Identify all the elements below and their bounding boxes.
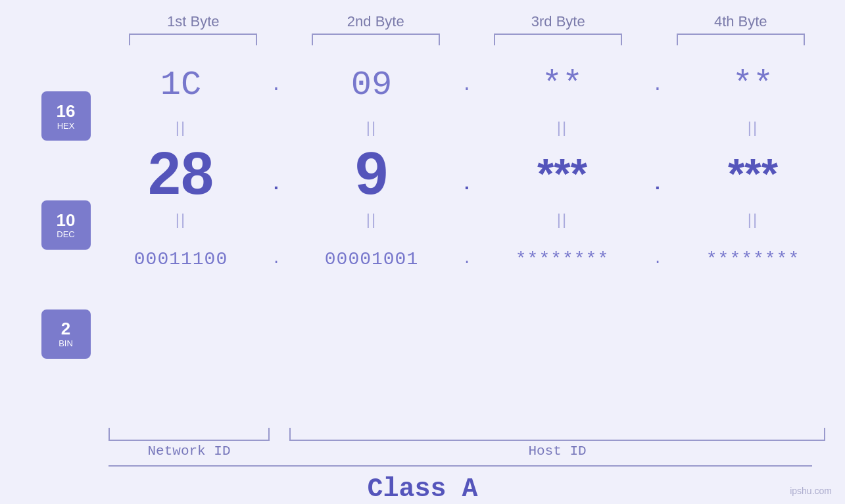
labels-gap xyxy=(270,444,289,459)
byte-header-2: 2nd Byte xyxy=(303,13,448,30)
dec-sep-2: . xyxy=(457,173,477,174)
bin-value-4: ******** xyxy=(706,249,800,269)
bin-dot-1: . xyxy=(272,251,280,267)
bin-value-1: 00011100 xyxy=(134,249,228,269)
dec-cell-2: 9 xyxy=(299,140,444,208)
eq-cell-3: || xyxy=(490,118,635,137)
class-a-label: Class A xyxy=(367,474,477,504)
bracket-network xyxy=(109,428,270,441)
eq-row-1: || || || || xyxy=(102,114,832,141)
dec-cell-1: 28 xyxy=(109,140,253,208)
bin-dot-2: . xyxy=(462,251,471,267)
hex-cell-3: ** xyxy=(490,66,635,104)
dec-dot-1: . xyxy=(274,173,279,194)
eq2-sign-2: || xyxy=(366,210,377,229)
hex-dot-2: . xyxy=(462,75,473,95)
bin-cell-1: 00011100 xyxy=(109,249,253,269)
byte-headers-row: 1st Byte 2nd Byte 3rd Byte 4th Byte xyxy=(0,13,845,30)
outer-line xyxy=(109,465,812,467)
dec-value-1: 28 xyxy=(148,140,214,208)
hex-value-4: ** xyxy=(733,66,773,104)
hex-row: 1C . 09 . ** . ** xyxy=(102,55,832,114)
badges-column: 16 HEX 10 DEC 2 BIN xyxy=(0,55,102,428)
byte-header-1: 1st Byte xyxy=(121,13,266,30)
eq-cell-4: || xyxy=(681,118,825,137)
bin-badge-label: BIN xyxy=(59,338,73,348)
bin-value-2: 00001001 xyxy=(325,249,418,269)
eq2-cell-4: || xyxy=(681,210,825,229)
bin-row: 00011100 . 00001001 . ******** . xyxy=(102,233,832,285)
bracket-host xyxy=(289,428,825,441)
network-id-label: Network ID xyxy=(109,444,270,459)
bin-badge-number: 2 xyxy=(61,319,70,338)
dec-dot-3: . xyxy=(655,173,660,194)
hex-dot-1: . xyxy=(271,75,282,95)
bin-dot-3: . xyxy=(653,251,662,267)
eq2-sign-4: || xyxy=(748,210,758,229)
bracket-top-2 xyxy=(312,34,440,45)
hex-value-1: 1C xyxy=(160,66,201,104)
main-content: 16 HEX 10 DEC 2 BIN 1C . xyxy=(0,55,845,428)
dec-badge: 10 DEC xyxy=(41,200,91,250)
eq2-sign-1: || xyxy=(176,210,186,229)
hex-value-2: 09 xyxy=(351,66,392,104)
hex-cell-2: 09 xyxy=(299,66,444,104)
eq-sign-3: || xyxy=(557,118,567,137)
bin-cell-3: ******** xyxy=(490,249,635,269)
hex-sep-1: . xyxy=(266,75,286,95)
bin-sep-2: . xyxy=(457,251,477,267)
byte-header-3: 3rd Byte xyxy=(486,13,631,30)
dec-sep-1: . xyxy=(266,173,286,174)
hex-badge-label: HEX xyxy=(57,121,75,131)
bracket-top-3 xyxy=(494,34,622,45)
main-container: 1st Byte 2nd Byte 3rd Byte 4th Byte 16 H… xyxy=(0,0,845,504)
eq-sign-2: || xyxy=(366,118,377,137)
bracket-gap xyxy=(270,428,289,441)
dec-badge-label: DEC xyxy=(57,229,74,239)
bracket-top-1 xyxy=(129,34,257,45)
dec-value-3: *** xyxy=(537,149,587,198)
eq2-cell-1: || xyxy=(109,210,253,229)
dec-dot-2: . xyxy=(464,173,470,194)
eq-sign-1: || xyxy=(176,118,186,137)
hex-badge-number: 16 xyxy=(57,102,76,121)
hex-cell-1: 1C xyxy=(109,66,253,104)
dec-row: 28 . 9 . *** . *** xyxy=(102,141,832,206)
watermark: ipshu.com xyxy=(790,486,832,496)
outer-top-line xyxy=(109,465,838,467)
dec-value-2: 9 xyxy=(355,140,388,208)
top-brackets xyxy=(0,34,845,45)
dec-sep-3: . xyxy=(648,173,667,174)
hex-value-3: ** xyxy=(542,66,583,104)
bin-cell-2: 00001001 xyxy=(299,249,444,269)
hex-dot-3: . xyxy=(652,75,664,95)
dec-cell-4: *** xyxy=(681,149,825,198)
eq2-cell-3: || xyxy=(490,210,635,229)
dec-cell-3: *** xyxy=(490,149,635,198)
hex-sep-3: . xyxy=(648,75,667,95)
bin-badge: 2 BIN xyxy=(41,309,91,359)
data-area: 1C . 09 . ** . ** xyxy=(102,55,845,428)
bin-cell-4: ******** xyxy=(681,249,825,269)
eq-sign-4: || xyxy=(748,118,758,137)
hex-cell-4: ** xyxy=(681,66,825,104)
eq-cell-2: || xyxy=(299,118,444,137)
hex-badge: 16 HEX xyxy=(41,91,91,141)
byte-header-4: 4th Byte xyxy=(668,13,813,30)
bottom-brackets xyxy=(109,428,838,441)
bin-value-3: ******** xyxy=(516,249,609,269)
bracket-top-4 xyxy=(677,34,805,45)
eq2-sign-3: || xyxy=(557,210,567,229)
hex-sep-2: . xyxy=(457,75,477,95)
class-a-row: Class A xyxy=(367,474,477,504)
host-id-label: Host ID xyxy=(289,444,825,459)
id-labels-row: Network ID Host ID xyxy=(109,444,838,459)
bin-sep-1: . xyxy=(266,251,286,267)
eq-row-2: || || || || xyxy=(102,206,832,233)
dec-badge-number: 10 xyxy=(57,211,76,230)
eq2-cell-2: || xyxy=(299,210,444,229)
bin-sep-3: . xyxy=(648,251,667,267)
eq-cell-1: || xyxy=(109,118,253,137)
dec-value-4: *** xyxy=(728,149,778,198)
